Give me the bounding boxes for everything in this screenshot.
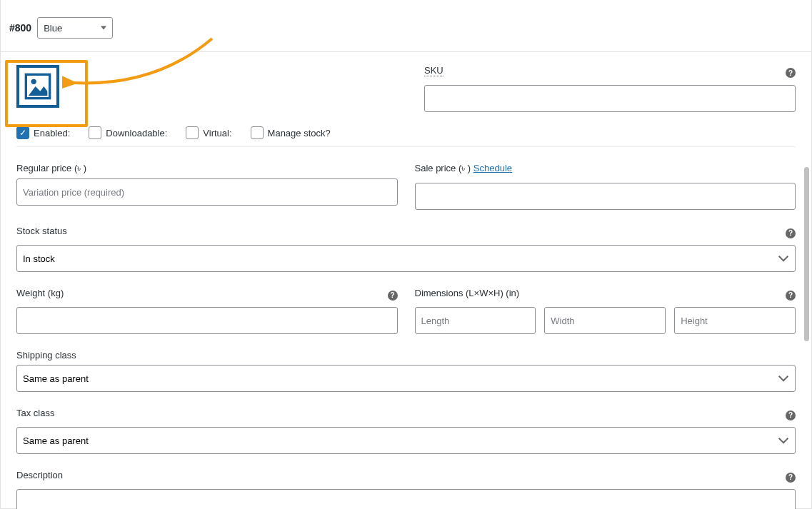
- weight-label: Weight (kg): [16, 288, 64, 298]
- tax-class-label: Tax class: [16, 408, 54, 418]
- help-icon[interactable]: ?: [786, 410, 796, 420]
- sku-label: SKU: [424, 65, 443, 76]
- scrollbar-track: [801, 0, 811, 508]
- attribute-color-select[interactable]: Blue: [37, 17, 113, 39]
- help-icon[interactable]: ?: [786, 291, 796, 301]
- manage-stock-checkbox[interactable]: [251, 126, 264, 139]
- svg-point-1: [31, 79, 36, 84]
- height-input[interactable]: [674, 307, 796, 334]
- attribute-color-value: Blue: [44, 23, 62, 34]
- help-icon[interactable]: ?: [786, 68, 796, 78]
- checkbox-row: Enabled: Downloadable: Virtual: Manage s…: [16, 121, 796, 147]
- virtual-label: Virtual:: [203, 128, 231, 138]
- enabled-checkbox[interactable]: [16, 126, 29, 139]
- regular-price-input[interactable]: [16, 178, 398, 206]
- sku-input[interactable]: [424, 85, 796, 112]
- downloadable-checkbox[interactable]: [89, 126, 101, 139]
- dimensions-label: Dimensions (L×W×H) (in): [415, 288, 520, 298]
- enabled-label: Enabled:: [34, 128, 70, 138]
- sale-price-input[interactable]: [415, 183, 796, 210]
- shipping-class-label: Shipping class: [16, 350, 796, 361]
- sale-price-label: Sale price (৳ ) Schedule: [415, 163, 513, 174]
- tax-class-select[interactable]: Same as parent: [16, 427, 796, 454]
- scrollbar-thumb[interactable]: [804, 167, 809, 341]
- image-placeholder-icon: [24, 72, 52, 101]
- help-icon[interactable]: ?: [786, 228, 796, 238]
- variation-id: #800: [9, 22, 31, 34]
- description-textarea[interactable]: [16, 489, 796, 509]
- schedule-link[interactable]: Schedule: [473, 163, 512, 173]
- stock-status-label: Stock status: [16, 226, 67, 236]
- weight-input[interactable]: [16, 307, 398, 334]
- shipping-class-select[interactable]: Same as parent: [16, 365, 796, 392]
- upload-image-button[interactable]: [16, 65, 59, 108]
- help-icon[interactable]: ?: [388, 291, 398, 301]
- virtual-checkbox[interactable]: [186, 126, 199, 139]
- manage-stock-label: Manage stock?: [268, 128, 331, 138]
- width-input[interactable]: [544, 307, 666, 334]
- description-label: Description: [16, 470, 63, 480]
- length-input[interactable]: [415, 307, 536, 334]
- regular-price-label: Regular price (৳ ): [16, 163, 398, 174]
- help-icon[interactable]: ?: [786, 473, 796, 483]
- variation-header: #800 Blue: [1, 0, 811, 52]
- downloadable-label: Downloadable:: [106, 128, 167, 138]
- stock-status-select[interactable]: In stock: [16, 245, 796, 272]
